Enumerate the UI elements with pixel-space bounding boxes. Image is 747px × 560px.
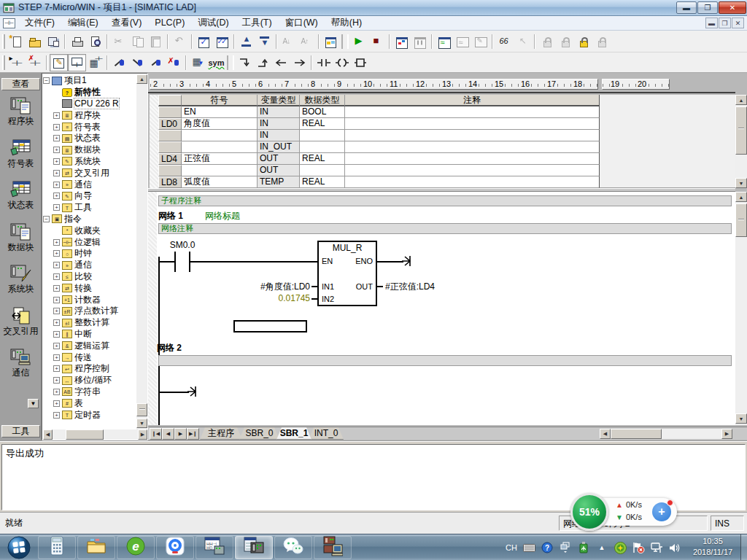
nav-more-button[interactable]: ▼ xyxy=(28,399,39,408)
tree-expand-toggle[interactable]: + xyxy=(53,273,60,280)
cell-comment[interactable] xyxy=(345,106,600,118)
tree-expand-toggle[interactable]: + xyxy=(53,135,60,141)
tree-item-比较[interactable]: +≤比较 xyxy=(43,271,136,283)
show-desktop-button[interactable] xyxy=(740,534,747,560)
cell-var_type[interactable]: TEMP xyxy=(258,176,300,188)
ladder-toolbar-addr-grid-button[interactable] xyxy=(189,54,207,71)
cell-var_type[interactable]: IN xyxy=(258,118,300,130)
cell-var_type[interactable]: OUT xyxy=(258,153,300,165)
tree-item-转换[interactable]: +⇄转换 xyxy=(43,282,136,294)
tree-scroll-right[interactable]: ▶ xyxy=(138,429,147,440)
toolbar-status-pause-button[interactable] xyxy=(411,33,429,50)
nav-item-7[interactable]: 通信 xyxy=(0,348,42,379)
cell-data_type[interactable] xyxy=(300,130,345,141)
tree-expand-toggle[interactable]: + xyxy=(53,239,60,246)
tree-item-定时器[interactable]: +T定时器 xyxy=(43,409,136,421)
tree-item-通信[interactable]: +»通信 xyxy=(43,179,136,190)
ladder-scroll-right[interactable]: ▶ xyxy=(721,429,732,439)
toolbar-glasses-button[interactable] xyxy=(495,33,514,50)
cell-addr[interactable]: LD0 xyxy=(158,118,182,130)
ladder-toolbar-arrow-left-button[interactable] xyxy=(272,54,290,71)
tree-expand-toggle[interactable]: + xyxy=(53,308,60,314)
cell-symbol[interactable] xyxy=(182,130,258,141)
nav-item-2[interactable]: 符号表 xyxy=(0,139,42,170)
tree-expand-toggle[interactable]: + xyxy=(53,170,60,176)
tree-item-项目1[interactable]: −项目1 xyxy=(43,75,136,87)
tab-next-button[interactable]: ▶ xyxy=(174,428,187,440)
tree-expand-toggle[interactable]: + xyxy=(53,319,60,326)
network2-comment-bar[interactable] xyxy=(158,355,732,366)
toolbar-pointer-button[interactable] xyxy=(514,33,532,50)
table-scroll-down[interactable]: ▼ xyxy=(735,178,747,188)
toolbar-cut-button[interactable] xyxy=(110,33,128,50)
ladder-toolbar-wire-2-button[interactable] xyxy=(128,54,147,71)
tree-item-符号表[interactable]: +≡符号表 xyxy=(43,121,136,133)
ladder-toolbar-arrow-right-button[interactable] xyxy=(290,54,309,71)
ladder-toolbar-net-insert-button[interactable] xyxy=(7,54,26,71)
toolbar-download-button[interactable] xyxy=(255,33,274,50)
nav-item-5[interactable]: 系统块 xyxy=(0,264,42,295)
network1-label-row[interactable]: 网络 1网络标题 xyxy=(158,210,240,222)
volume-icon[interactable] xyxy=(668,541,681,554)
tree-item-向导[interactable]: +✎向导 xyxy=(43,190,136,202)
tree-expand-toggle[interactable]: + xyxy=(53,412,60,419)
ladder-hscroll-thumb[interactable] xyxy=(611,429,662,439)
taskbar-app-wechat[interactable] xyxy=(274,536,312,559)
cell-symbol[interactable]: 弧度值 xyxy=(182,176,258,188)
tree-item-整数计算[interactable]: +±I整数计算 xyxy=(43,317,136,329)
toolbar-open-button[interactable] xyxy=(26,33,44,50)
in2-operand[interactable]: 0.01745 xyxy=(221,293,310,303)
tab-prev-button[interactable]: ◀ xyxy=(162,428,174,440)
tree-item-系统块[interactable]: +✎系统块 xyxy=(43,156,136,168)
toolbar-copy-button[interactable] xyxy=(128,33,147,50)
hidden-icons-arrow[interactable]: ▲ xyxy=(595,541,608,554)
toolbar-save-button[interactable] xyxy=(44,33,62,50)
keyboard-icon[interactable] xyxy=(522,541,535,554)
column-header-var_type[interactable]: 变量类型 xyxy=(258,95,300,106)
menu-4[interactable]: 调试(D) xyxy=(191,16,235,29)
tree-item-新特性[interactable]: ?新特性 xyxy=(43,87,136,98)
ladder-toolbar-view-toggle-1-button[interactable] xyxy=(50,54,68,71)
cell-comment[interactable] xyxy=(345,118,600,130)
tree-item-数据块[interactable]: +≣数据块 xyxy=(43,144,136,156)
column-header-comment[interactable]: 注释 xyxy=(345,95,600,106)
tree-item-通信[interactable]: +»通信 xyxy=(43,260,136,271)
out-operand[interactable]: #正弦值:LD4 xyxy=(385,281,435,293)
nav-item-4[interactable]: 数据块 xyxy=(0,222,42,254)
ladder-scroll-left[interactable]: ◀ xyxy=(600,429,611,439)
tree-hscroll-thumb[interactable] xyxy=(66,429,104,440)
tree-item-状态表[interactable]: +▤状态表 xyxy=(43,133,136,144)
tree-expand-toggle[interactable]: + xyxy=(53,297,60,303)
tree-item-时钟[interactable]: +○时钟 xyxy=(43,248,136,260)
menu-5[interactable]: 工具(T) xyxy=(236,16,279,29)
tree-item-位逻辑[interactable]: +⊣⊢位逻辑 xyxy=(43,236,136,248)
tree-item-工具[interactable]: +T工具 xyxy=(43,202,136,214)
tree-expand-toggle[interactable]: + xyxy=(53,285,60,292)
contact-operand[interactable]: SM0.0 xyxy=(160,240,205,250)
taskbar-app-plc-sim[interactable]: HH⊣H() xyxy=(196,536,233,559)
menu-0[interactable]: 文件(F) xyxy=(18,16,61,29)
taskbar-app-plc-comm[interactable] xyxy=(314,536,352,559)
toolbar-print-button[interactable] xyxy=(68,33,86,50)
ladder-toolbar-coil-button[interactable] xyxy=(333,54,351,71)
tree-expand-toggle[interactable]: − xyxy=(43,216,50,222)
window-switch-icon[interactable] xyxy=(559,541,572,554)
tree-expand-toggle[interactable]: + xyxy=(53,377,60,384)
tree-expand-toggle[interactable]: + xyxy=(53,182,60,188)
ladder-toolbar-bend-up-button[interactable] xyxy=(254,54,272,71)
cell-comment[interactable] xyxy=(345,176,600,188)
network2-label-row[interactable]: 网络 2 xyxy=(157,342,182,354)
menu-1[interactable]: 编辑(E) xyxy=(61,16,105,29)
tab-SBR_0[interactable]: SBR_0 xyxy=(239,427,279,440)
360-shield-icon[interactable] xyxy=(614,541,627,554)
tab-first-button[interactable]: ❙◀ xyxy=(150,428,162,440)
mdi-minimize-button[interactable]: ▬ xyxy=(705,18,718,28)
ladder-view[interactable]: 子程序注释 网络 1网络标题 网络注释 SM0.0 MUL_R EN ENO I… xyxy=(148,192,735,425)
tree-expand-toggle[interactable]: + xyxy=(53,389,60,395)
tree-item-字符串[interactable]: +AB字符串 xyxy=(43,386,136,398)
ladder-toolbar-box-button[interactable] xyxy=(351,54,369,71)
tree-item-收藏夹[interactable]: *收藏夹 xyxy=(43,225,136,236)
menu-7[interactable]: 帮助(H) xyxy=(325,16,368,29)
ladder-toolbar-sym-button[interactable]: sym xyxy=(207,54,225,71)
cell-data_type[interactable]: REAL xyxy=(300,118,345,130)
